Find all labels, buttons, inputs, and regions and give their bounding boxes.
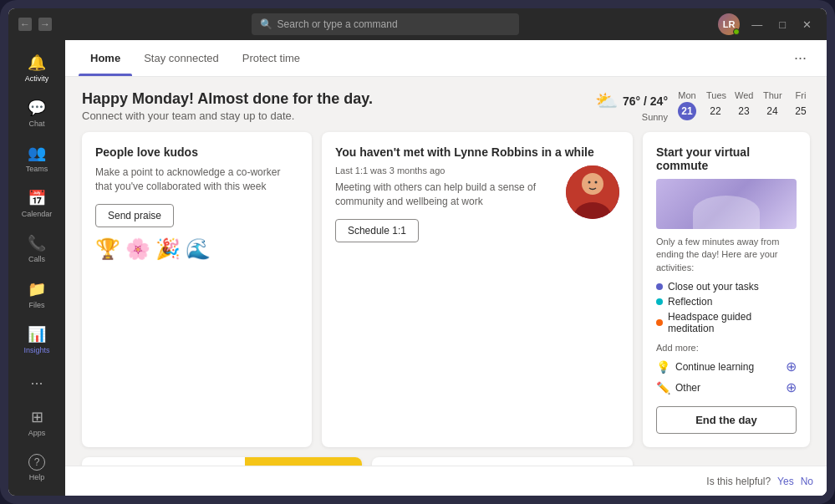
page-content: Happy Monday! Almost done for the day. C… xyxy=(65,77,827,466)
search-placeholder: Search or type a command xyxy=(277,18,398,30)
helpful-label: Is this helpful? xyxy=(706,476,771,487)
headspace-image: headspace 😌 xyxy=(245,457,362,466)
svg-point-4 xyxy=(595,181,598,184)
activity-dot-orange xyxy=(656,319,663,326)
sidebar-item-files[interactable]: 📁 Files xyxy=(15,273,59,315)
headspace-text-area: Give your mind a break Headspace's scien… xyxy=(82,457,245,466)
activity-reflection: Reflection xyxy=(656,296,797,308)
tabs: Home Stay connected Protect time xyxy=(79,40,312,76)
kudos-emoji-3: 🎉 xyxy=(155,237,181,261)
tab-protect-time[interactable]: Protect time xyxy=(231,40,312,76)
add-item-learning: 💡 Continue learning ⊕ xyxy=(656,356,797,377)
commute-shape xyxy=(693,196,760,229)
sidebar-item-activity[interactable]: 🔔 Activity xyxy=(15,47,59,89)
page-header: Happy Monday! Almost done for the day. C… xyxy=(82,90,810,122)
kudos-card: People love kudos Make a point to acknow… xyxy=(82,132,312,447)
add-learning-button[interactable]: ⊕ xyxy=(786,359,797,374)
back-button[interactable]: ← xyxy=(18,18,32,31)
calendar-box: Mon Tues Wed Thur Fri 21 22 23 xyxy=(678,90,810,120)
sidebar-item-calls[interactable]: 📞 Calls xyxy=(15,228,59,270)
apps-icon: ⊞ xyxy=(31,408,43,426)
svg-point-1 xyxy=(582,173,603,195)
top-cards-row: People love kudos Make a point to acknow… xyxy=(82,132,810,447)
files-icon: 📁 xyxy=(28,280,46,298)
lynne-avatar-svg xyxy=(566,165,619,219)
svg-point-3 xyxy=(588,181,591,184)
maximize-button[interactable]: □ xyxy=(774,18,791,31)
add-more-section: Add more: 💡 Continue learning ⊕ xyxy=(656,343,797,398)
calls-icon: 📞 xyxy=(28,234,46,252)
cal-date-22[interactable]: 22 xyxy=(706,102,725,120)
activity-icon: 🔔 xyxy=(28,53,46,72)
activity-dot-teal xyxy=(656,298,663,305)
bottom-cards-row: Give your mind a break Headspace's scien… xyxy=(82,457,810,466)
add-other-button[interactable]: ⊕ xyxy=(786,379,797,395)
avatar-lynne xyxy=(566,165,619,219)
kudos-emoji-1: 🏆 xyxy=(95,237,120,261)
headspace-card: Give your mind a break Headspace's scien… xyxy=(82,457,362,466)
add-item-learning-left: 💡 Continue learning xyxy=(656,360,754,374)
sidebar-item-insights[interactable]: 📊 Insights xyxy=(15,318,59,360)
search-bar[interactable]: 🔍 Search or type a command xyxy=(252,13,519,35)
calendar-dates: 21 22 23 24 25 xyxy=(678,102,810,120)
helpful-bar: Is this helpful? Yes No xyxy=(65,466,827,496)
cal-date-21[interactable]: 21 xyxy=(678,102,696,120)
lynne-content: Last 1:1 was 3 months ago Meeting with o… xyxy=(335,165,619,242)
minimize-button[interactable]: — xyxy=(746,18,767,31)
schedule-1on1-button[interactable]: Schedule 1:1 xyxy=(335,219,419,242)
device-frame: ← → 🔍 Search or type a command LR — □ ✕ xyxy=(0,0,835,504)
sidebar: 🔔 Activity 💬 Chat 👥 Teams 📅 Calendar 📞 xyxy=(8,40,65,496)
greeting-subtitle: Connect with your team and stay up to da… xyxy=(82,109,373,122)
learning-icon: 💡 xyxy=(656,360,670,374)
calendar-days-header: Mon Tues Wed Thur Fri xyxy=(678,90,810,100)
lynne-text-area: Last 1:1 was 3 months ago Meeting with o… xyxy=(335,165,556,242)
kudos-emoji-4: 🌊 xyxy=(186,237,211,261)
kudos-text: Make a point to acknowledge a co-worker … xyxy=(95,165,298,194)
help-icon: ? xyxy=(28,454,45,471)
add-more-label: Add more: xyxy=(656,343,797,353)
insights-icon: 📊 xyxy=(28,325,46,344)
avatar: LR xyxy=(718,13,740,35)
search-icon: 🔍 xyxy=(260,18,272,30)
title-bar: ← → 🔍 Search or type a command LR — □ ✕ xyxy=(8,8,827,40)
greeting-section: Happy Monday! Almost done for the day. C… xyxy=(82,90,373,122)
weather-description: Sunny xyxy=(595,112,668,122)
forward-button[interactable]: → xyxy=(38,18,52,31)
commute-activities: Close out your tasks Reflection Headspac… xyxy=(656,281,797,334)
tab-home[interactable]: Home xyxy=(79,40,132,76)
sidebar-item-calendar[interactable]: 📅 Calendar xyxy=(15,183,59,225)
content-area: Home Stay connected Protect time ··· xyxy=(65,40,827,496)
activity-meditation: Headspace guided meditation xyxy=(656,311,797,334)
greeting-title: Happy Monday! Almost done for the day. xyxy=(82,90,373,108)
commute-filler xyxy=(643,457,810,466)
add-item-other: ✏️ Other ⊕ xyxy=(656,377,797,398)
lynne-card: You haven't met with Lynne Robbins in a … xyxy=(322,132,633,447)
main-layout: 🔔 Activity 💬 Chat 👥 Teams 📅 Calendar 📞 xyxy=(8,40,827,496)
app-window: ← → 🔍 Search or type a command LR — □ ✕ xyxy=(8,8,827,496)
chat-icon: 💬 xyxy=(28,99,46,117)
tab-more-button[interactable]: ··· xyxy=(787,46,813,70)
cal-date-25[interactable]: 25 xyxy=(792,102,810,120)
other-icon: ✏️ xyxy=(656,381,670,395)
title-bar-left: ← → xyxy=(18,18,52,31)
sidebar-more-button[interactable]: ··· xyxy=(23,368,49,399)
lynne-title: You haven't met with Lynne Robbins in a … xyxy=(335,145,619,159)
helpful-yes[interactable]: Yes xyxy=(777,476,794,487)
end-day-button[interactable]: End the day xyxy=(656,406,797,434)
sidebar-item-help[interactable]: ? Help xyxy=(15,447,59,489)
close-button[interactable]: ✕ xyxy=(797,18,817,31)
cal-date-24[interactable]: 24 xyxy=(763,102,782,120)
tab-bar: Home Stay connected Protect time ··· xyxy=(65,40,827,77)
sidebar-item-chat[interactable]: 💬 Chat xyxy=(15,92,59,134)
weather-calendar: ⛅ 76° / 24° Sunny Mon Tues Wed xyxy=(595,90,810,122)
send-praise-button[interactable]: Send praise xyxy=(95,204,174,227)
cal-date-23[interactable]: 23 xyxy=(735,102,753,120)
commute-card: Start your virtual commute Only a few mi… xyxy=(643,132,810,447)
activity-dot-blue xyxy=(656,283,663,290)
sidebar-item-teams[interactable]: 👥 Teams xyxy=(15,137,59,179)
helpful-no[interactable]: No xyxy=(801,476,813,487)
weather-icon: ⛅ xyxy=(595,90,618,112)
tab-stay-connected[interactable]: Stay connected xyxy=(132,40,231,76)
calendar-icon: 📅 xyxy=(28,189,46,207)
sidebar-item-apps[interactable]: ⊞ Apps xyxy=(15,402,59,444)
